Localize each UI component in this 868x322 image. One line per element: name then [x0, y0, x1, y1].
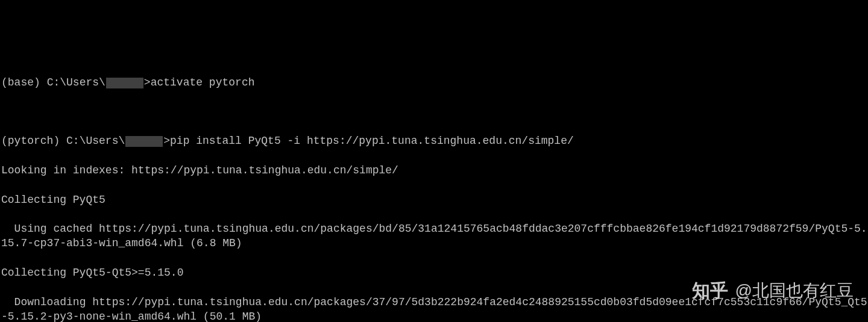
output-collect-pyqt5: Collecting PyQt5	[1, 193, 868, 207]
output-looking: Looking in indexes: https://pypi.tuna.ts…	[1, 163, 868, 178]
path-prefix: C:\Users\	[47, 76, 105, 88]
command-text: activate pytorch	[151, 76, 255, 88]
prompt-char: >	[163, 135, 170, 147]
watermark-handle: @北国也有红豆	[735, 279, 854, 302]
prompt-char: >	[144, 76, 151, 88]
path-prefix: C:\Users\	[66, 135, 125, 147]
blank-line	[1, 105, 868, 119]
command-text: pip install PyQt5 -i https://pypi.tuna.t…	[170, 135, 574, 147]
prompt-line-1: (base) C:\Users\>activate pytorch	[1, 75, 868, 90]
zhihu-logo: 知乎	[692, 279, 728, 303]
output-cached-pyqt5: Using cached https://pypi.tuna.tsinghua.…	[1, 221, 868, 251]
env-label: (base)	[1, 76, 40, 88]
watermark: 知乎 @北国也有红豆	[692, 279, 854, 303]
redacted-username	[125, 136, 163, 147]
redacted-username	[106, 78, 143, 88]
env-label: (pytorch)	[1, 135, 60, 147]
prompt-line-2: (pytorch) C:\Users\>pip install PyQt5 -i…	[1, 134, 868, 148]
